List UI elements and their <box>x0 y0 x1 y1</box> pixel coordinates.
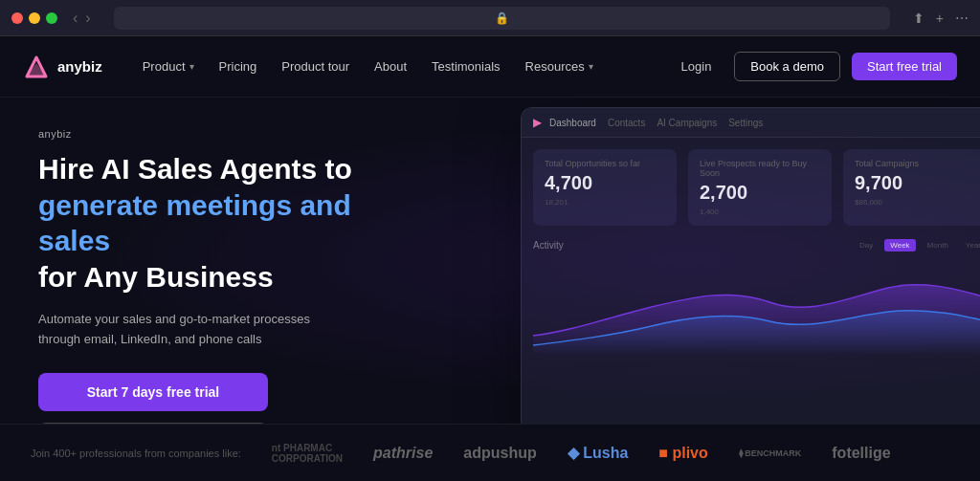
start-trial-button[interactable]: Start free trial <box>852 53 957 80</box>
dashboard-metrics: Total Opportunities so far 4,700 18,201 … <box>533 149 980 226</box>
logo-text: anybiz <box>57 58 102 75</box>
dashboard-tab-dashboard[interactable]: Dashboard <box>549 118 596 128</box>
browser-nav: ‹ › <box>73 10 91 27</box>
extensions-icon[interactable]: ⋯ <box>955 11 969 26</box>
activity-filters: Day Week Month Year <box>854 239 980 251</box>
activity-chart-svg <box>533 259 980 355</box>
hero-title-line2: generate meetings and sales <box>38 189 351 257</box>
company-logos: nt PHARMACCORPORATION pathrise adpushup … <box>272 443 949 464</box>
browser-url-bar[interactable]: 🔒 <box>114 7 890 30</box>
dashboard-preview: ▶ Dashboard Contacts AI Campaigns Settin… <box>521 107 980 424</box>
chevron-down-icon: ▾ <box>589 61 593 72</box>
metric-label-3: Total Campaigns <box>855 159 975 168</box>
hero-title-line3: for Any Business <box>38 261 274 293</box>
hero-section: anybiz Hire AI Sales Agents to generate … <box>0 98 980 424</box>
hero-subtitle: Automate your sales and go-to-market pro… <box>38 310 345 350</box>
logos-bar: Join 400+ professionals from companies l… <box>0 424 980 481</box>
activity-title: Activity <box>533 240 564 251</box>
book-demo-button[interactable]: Book a demo <box>734 52 840 81</box>
metric-sub-3: $86,000 <box>855 198 975 207</box>
share-icon[interactable]: ⬆ <box>913 11 924 26</box>
browser-chrome: ‹ › 🔒 ⬆ + ⋯ <box>0 0 980 36</box>
dashboard-tab-campaigns[interactable]: AI Campaigns <box>657 118 717 128</box>
nav-item-pricing[interactable]: Pricing <box>210 54 267 79</box>
nav-item-about[interactable]: About <box>365 54 416 79</box>
login-button[interactable]: Login <box>670 54 724 79</box>
nav-actions: Login Book a demo Start free trial <box>670 52 957 81</box>
dot-minimize[interactable] <box>29 12 40 24</box>
nav-item-product-tour[interactable]: Product tour <box>272 54 359 79</box>
hero-title-line1: Hire AI Sales Agents to <box>38 153 352 185</box>
metric-label-2: Live Prospects ready to Buy Soon <box>700 159 820 178</box>
metric-value-1: 4,700 <box>545 172 665 194</box>
filter-week[interactable]: Week <box>884 239 915 251</box>
metric-value-3: 9,700 <box>855 172 975 194</box>
logo-icon <box>23 54 50 80</box>
hero-title: Hire AI Sales Agents to generate meeting… <box>38 151 364 295</box>
nav-back-icon[interactable]: ‹ <box>73 10 78 27</box>
metric-sub-2: 1,400 <box>700 208 820 216</box>
navbar: anybiz Product ▾ Pricing Product tour Ab… <box>0 36 980 98</box>
metric-card-prospects: Live Prospects ready to Buy Soon 2,700 1… <box>688 149 832 226</box>
logo-lusha: ◆ Lusha <box>568 444 629 462</box>
filter-year[interactable]: Year <box>960 239 980 251</box>
metric-value-2: 2,700 <box>700 182 820 204</box>
dot-close[interactable] <box>11 12 23 24</box>
logos-bar-text: Join 400+ professionals from companies l… <box>31 448 241 459</box>
dashboard-tab-contacts[interactable]: Contacts <box>608 118 645 128</box>
activity-section: Activity Day Week Month Year <box>533 239 980 355</box>
metric-label-1: Total Opportunities so far <box>545 159 665 168</box>
metric-card-opportunities: Total Opportunities so far 4,700 18,201 <box>533 149 677 226</box>
logo-fotellige: fotellige <box>832 445 890 462</box>
dashboard-header: ▶ Dashboard Contacts AI Campaigns Settin… <box>522 108 980 138</box>
browser-actions: ⬆ + ⋯ <box>913 11 969 26</box>
nav-forward-icon[interactable]: › <box>85 10 90 27</box>
dashboard-tab-settings[interactable]: Settings <box>728 118 763 128</box>
filter-month[interactable]: Month <box>922 239 954 251</box>
metric-sub-1: 18,201 <box>545 198 665 207</box>
logo-pathrise: pathrise <box>373 445 433 462</box>
nav-item-testimonials[interactable]: Testimonials <box>422 54 510 79</box>
hero-right: ▶ Dashboard Contacts AI Campaigns Settin… <box>402 98 980 424</box>
dashboard-body: Total Opportunities so far 4,700 18,201 … <box>522 138 980 366</box>
activity-header: Activity Day Week Month Year <box>533 239 980 251</box>
chevron-down-icon: ▾ <box>189 61 194 72</box>
nav-links: Product ▾ Pricing Product tour About Tes… <box>133 54 670 79</box>
activity-chart <box>533 259 980 355</box>
cta-primary-button[interactable]: Start 7 days free trial <box>38 373 268 411</box>
metric-card-campaigns: Total Campaigns 9,700 $86,000 <box>843 149 980 226</box>
logo-adpushup: adpushup <box>463 445 536 462</box>
brand-tag: anybiz <box>38 128 364 140</box>
dot-maximize[interactable] <box>46 12 57 24</box>
dashboard-tabs: Dashboard Contacts AI Campaigns Settings <box>549 118 763 128</box>
logo-benchmark: ⧫ BENCHMARK <box>739 448 802 458</box>
logo-pharmac: nt PHARMACCORPORATION <box>272 443 343 464</box>
filter-day[interactable]: Day <box>854 239 879 251</box>
nav-item-product[interactable]: Product ▾ <box>133 54 204 79</box>
cta-secondary-button[interactable]: Watch the video ▶ <box>38 423 268 424</box>
add-tab-icon[interactable]: + <box>936 11 944 26</box>
browser-dots <box>11 12 57 24</box>
logo-plivo: ■ plivo <box>658 445 707 462</box>
dashboard-logo-icon: ▶ <box>533 116 542 129</box>
nav-item-resources[interactable]: Resources ▾ <box>516 54 603 79</box>
page: anybiz Product ▾ Pricing Product tour Ab… <box>0 36 980 481</box>
logo[interactable]: anybiz <box>23 54 102 80</box>
lock-icon: 🔒 <box>495 11 509 25</box>
hero-left: anybiz Hire AI Sales Agents to generate … <box>0 98 402 424</box>
